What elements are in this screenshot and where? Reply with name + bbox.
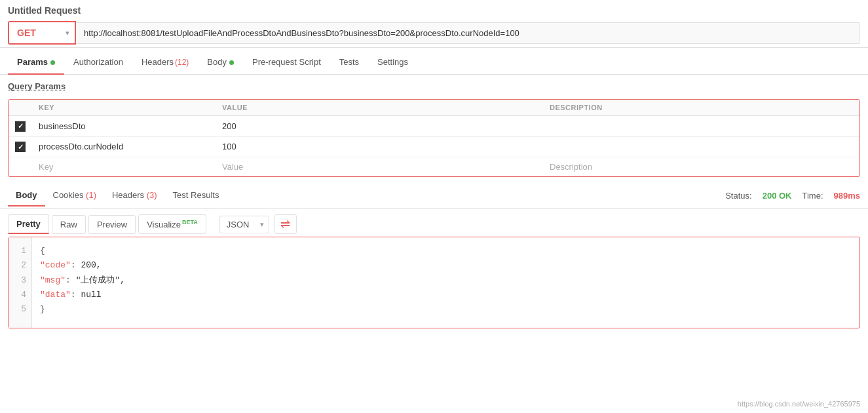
col-header-key: KEY <box>32 100 216 116</box>
resp-tab-test-results[interactable]: Test Results <box>165 185 227 206</box>
request-row: GET POST PUT DELETE <box>8 21 860 45</box>
new-value-cell[interactable]: Value <box>216 157 543 177</box>
watermark: https://blog.csdn.net/weixin_42765975 <box>738 400 860 408</box>
method-select-wrapper: GET POST PUT DELETE <box>8 21 76 45</box>
app-container: Untitled Request GET POST PUT DELETE Par… <box>0 0 868 413</box>
col-header-check <box>9 100 32 116</box>
new-desc-cell[interactable]: Description <box>543 157 859 177</box>
line-number: 4 <box>14 288 26 302</box>
url-input[interactable] <box>76 22 860 44</box>
col-header-description: DESCRIPTION <box>543 100 859 116</box>
code-line: { <box>40 244 852 258</box>
body-tab-pretty[interactable]: Pretty <box>8 214 49 234</box>
table-row: processDto.curNodeId 100 <box>9 136 859 157</box>
value-cell[interactable]: 100 <box>216 136 543 157</box>
status-value: 200 OK <box>763 191 792 201</box>
tab-settings[interactable]: Settings <box>368 50 417 75</box>
top-bar: Untitled Request GET POST PUT DELETE <box>0 0 868 48</box>
body-tab-visualize[interactable]: VisualizeBETA <box>138 214 206 234</box>
key-value: businessDto <box>39 121 86 131</box>
request-tabs-row: Params Authorization Headers(12) Body Pr… <box>0 50 868 75</box>
code-area: 12345 { "code": 200, "msg": "上传成功", "dat… <box>8 237 860 328</box>
line-number: 2 <box>14 258 26 273</box>
line-number: 1 <box>14 244 26 258</box>
line-number: 5 <box>14 302 26 317</box>
time-value: 989ms <box>834 191 860 201</box>
key-cell[interactable]: businessDto <box>32 116 216 137</box>
method-select[interactable]: GET POST PUT DELETE <box>9 22 75 43</box>
tab-tests[interactable]: Tests <box>330 50 368 75</box>
params-table-wrapper: KEY VALUE DESCRIPTION businessDto 200 pr… <box>8 99 860 177</box>
checkbox[interactable] <box>15 142 26 152</box>
desc-cell[interactable] <box>543 116 859 137</box>
format-select-wrapper: JSON XML HTML Text <box>219 216 269 233</box>
body-tab-raw[interactable]: Raw <box>52 215 86 234</box>
code-line: "msg": "上传成功", <box>40 273 852 288</box>
body-tab-preview[interactable]: Preview <box>88 215 136 234</box>
tab-body[interactable]: Body <box>198 50 243 75</box>
resp-tab-cookies[interactable]: Cookies (1) <box>45 185 104 206</box>
col-header-value: VALUE <box>216 100 543 116</box>
format-select[interactable]: JSON XML HTML Text <box>219 216 269 233</box>
beta-badge: BETA <box>182 219 198 226</box>
desc-cell[interactable] <box>543 136 859 157</box>
body-dot <box>229 60 234 65</box>
new-key-cell[interactable]: Key <box>32 157 216 177</box>
checkbox[interactable] <box>15 121 26 132</box>
table-row: businessDto 200 <box>9 116 859 137</box>
resp-tab-headers[interactable]: Headers (3) <box>104 185 165 206</box>
tab-params[interactable]: Params <box>8 50 64 75</box>
time-label: Time: <box>802 191 823 201</box>
params-table: KEY VALUE DESCRIPTION businessDto 200 pr… <box>9 100 859 176</box>
tab-headers[interactable]: Headers(12) <box>132 50 198 75</box>
checkbox-cell[interactable] <box>9 116 32 137</box>
value-value: 100 <box>222 142 236 151</box>
desc-placeholder: Description <box>550 162 592 172</box>
code-line: "code": 200, <box>40 258 852 273</box>
key-value: processDto.curNodeId <box>39 142 123 151</box>
value-value: 200 <box>222 121 236 131</box>
table-new-row: Key Value Description <box>9 157 859 177</box>
key-cell[interactable]: processDto.curNodeId <box>32 136 216 157</box>
body-toolbar: Pretty Raw Preview VisualizeBETA JSON XM… <box>0 209 868 237</box>
tab-pre-request[interactable]: Pre-request Script <box>243 50 330 75</box>
line-number: 3 <box>14 273 26 288</box>
tab-authorization[interactable]: Authorization <box>64 50 132 75</box>
response-tabs: Body Cookies (1) Headers (3) Test Result… <box>8 185 227 206</box>
wrap-button[interactable]: ⇌ <box>274 214 297 234</box>
code-line: } <box>40 302 852 317</box>
resp-tab-body[interactable]: Body <box>8 185 45 206</box>
checkbox-cell[interactable] <box>9 136 32 157</box>
page-title: Untitled Request <box>8 5 860 16</box>
code-line: "data": null <box>40 288 852 302</box>
value-placeholder: Value <box>222 162 243 172</box>
key-placeholder: Key <box>39 162 53 172</box>
new-checkbox-cell <box>9 157 32 177</box>
params-dot <box>50 60 55 65</box>
line-numbers: 12345 <box>9 237 32 328</box>
response-header: Body Cookies (1) Headers (3) Test Result… <box>0 182 868 209</box>
query-params-label: Query Params <box>0 75 868 94</box>
status-row: Status: 200 OK Time: 989ms <box>725 191 860 201</box>
status-label: Status: <box>725 191 751 201</box>
value-cell[interactable]: 200 <box>216 116 543 137</box>
code-content: { "code": 200, "msg": "上传成功", "data": nu… <box>32 237 859 328</box>
